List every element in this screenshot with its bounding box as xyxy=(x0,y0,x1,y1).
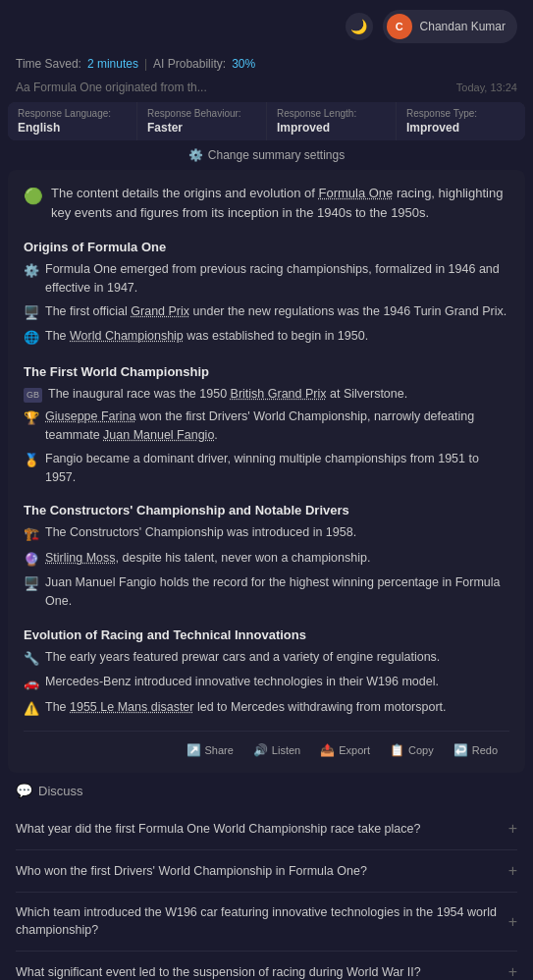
purple-circle-icon: 🔮 xyxy=(24,550,39,570)
avatar: C xyxy=(387,14,412,39)
section-evolution: Evolution of Racing and Technical Innova… xyxy=(24,620,509,728)
faq-item-0[interactable]: What year did the first Formula One Worl… xyxy=(16,808,517,850)
time-saved-value: 2 minutes xyxy=(87,57,138,71)
toolbar: ↗️ Share 🔊 Listen 📤 Export 📋 Copy ↩️ Red… xyxy=(24,731,509,765)
section-constructors: The Constructors' Championship and Notab… xyxy=(24,495,509,620)
discuss-icon: 💬 xyxy=(16,783,32,798)
content-area: 🟢 The content details the origins and ev… xyxy=(8,170,525,773)
trophy-icon: 🏆 xyxy=(24,408,39,428)
faq-item-1[interactable]: Who won the first Drivers' World Champio… xyxy=(16,850,517,893)
export-icon: 📤 xyxy=(320,743,335,757)
display-icon: 🖥️ xyxy=(24,303,39,323)
construction-icon: 🏗️ xyxy=(24,524,39,544)
setting-type: Response Type: Improved xyxy=(397,102,525,140)
bullet-item: 🔧 The early years featured prewar cars a… xyxy=(24,648,509,669)
faq-item-2[interactable]: Which team introduced the W196 car featu… xyxy=(16,893,517,952)
faq-plus-3: + xyxy=(508,963,517,980)
user-name: Chandan Kumar xyxy=(420,20,506,33)
discuss-label: Discuss xyxy=(38,784,83,798)
bullet-item: 🔮 Stirling Moss, despite his talent, nev… xyxy=(24,549,509,570)
ai-prob-label: AI Probability: xyxy=(153,57,226,71)
change-summary-btn[interactable]: ⚙️ Change summary settings xyxy=(0,140,533,170)
warning-icon: ⚠️ xyxy=(24,699,39,719)
listen-button[interactable]: 🔊 Listen xyxy=(245,739,308,761)
export-button[interactable]: 📤 Export xyxy=(312,739,378,761)
section-first-championship: The First World Championship GB The inau… xyxy=(24,356,509,496)
gb-badge: GB xyxy=(24,388,42,404)
setting-length: Response Length: Improved xyxy=(267,102,396,140)
faq-plus-2: + xyxy=(508,913,517,931)
share-icon: ↗️ xyxy=(187,743,201,757)
setting-behaviour: Response Behaviour: Faster xyxy=(137,102,266,140)
faq-plus-1: + xyxy=(508,862,517,880)
faq-question-1: Who won the first Drivers' World Champio… xyxy=(16,863,508,881)
faq-plus-0: + xyxy=(508,820,517,838)
header: 🌙 C Chandan Kumar xyxy=(0,0,533,53)
wrench-icon: 🔧 xyxy=(24,649,39,669)
medal-icon: 🏅 xyxy=(24,451,39,470)
timestamp: Today, 13:24 xyxy=(456,82,517,93)
section-title-constructors: The Constructors' Championship and Notab… xyxy=(24,503,509,517)
preview-text: Aa Formula One originated from th... xyxy=(16,81,207,94)
bullet-item: 🖥️ Juan Manuel Fangio holds the record f… xyxy=(24,573,509,611)
discuss-section: 💬 Discuss What year did the first Formul… xyxy=(0,773,533,980)
section-title-evolution: Evolution of Racing and Technical Innova… xyxy=(24,627,509,642)
change-summary-label: Change summary settings xyxy=(208,148,345,162)
bullet-item: ⚠️ The 1955 Le Mans disaster led to Merc… xyxy=(24,698,509,719)
display2-icon: 🖥️ xyxy=(24,574,39,594)
gear-icon: ⚙️ xyxy=(24,261,39,281)
intro-text: 🟢 The content details the origins and ev… xyxy=(24,174,509,232)
meta-bar: Time Saved: 2 minutes | AI Probability: … xyxy=(0,53,533,79)
car-icon: 🚗 xyxy=(24,674,39,693)
bullet-item: ⚙️ Formula One emerged from previous rac… xyxy=(24,260,509,298)
bullet-item: 🏗️ The Constructors' Championship was in… xyxy=(24,523,509,544)
faq-item-3[interactable]: What significant event led to the suspen… xyxy=(16,952,517,980)
bullet-item: 🌐 The World Championship was established… xyxy=(24,327,509,348)
faq-question-2: Which team introduced the W196 car featu… xyxy=(16,904,508,939)
bullet-item: 🚗 Mercedes-Benz introduced innovative te… xyxy=(24,673,509,693)
ai-prob-value: 30% xyxy=(232,57,255,71)
faq-question-0: What year did the first Formula One Worl… xyxy=(16,821,508,839)
copy-icon: 📋 xyxy=(390,743,404,757)
time-saved-label: Time Saved: xyxy=(16,57,81,71)
bullet-item: 🏆 Giuseppe Farina won the first Drivers'… xyxy=(24,408,509,445)
section-title-championship: The First World Championship xyxy=(24,364,509,379)
redo-icon: ↩️ xyxy=(453,743,468,757)
faq-question-3: What significant event led to the suspen… xyxy=(16,964,508,981)
bullet-item: 🖥️ The first official Grand Prix under t… xyxy=(24,302,509,323)
section-title-origins: Origins of Formula One xyxy=(24,240,509,254)
bullet-item: 🏅 Fangio became a dominant driver, winni… xyxy=(24,450,509,487)
listen-icon: 🔊 xyxy=(253,743,268,757)
discuss-header: 💬 Discuss xyxy=(16,783,517,798)
setting-language: Response Language: English xyxy=(8,102,136,140)
bullet-item: GB The inaugural race was the 1950 Briti… xyxy=(24,385,509,404)
section-origins: Origins of Formula One ⚙️ Formula One em… xyxy=(24,232,509,356)
share-button[interactable]: ↗️ Share xyxy=(179,739,241,761)
preview-row: Aa Formula One originated from th... Tod… xyxy=(0,79,533,102)
globe-icon: 🌐 xyxy=(24,328,39,348)
green-circle-icon: 🟢 xyxy=(24,185,43,208)
copy-button[interactable]: 📋 Copy xyxy=(382,739,442,761)
redo-button[interactable]: ↩️ Redo xyxy=(446,739,506,761)
theme-toggle[interactable]: 🌙 xyxy=(346,13,373,40)
settings-row: Response Language: English Response Beha… xyxy=(8,102,525,140)
user-badge[interactable]: C Chandan Kumar xyxy=(383,10,517,43)
